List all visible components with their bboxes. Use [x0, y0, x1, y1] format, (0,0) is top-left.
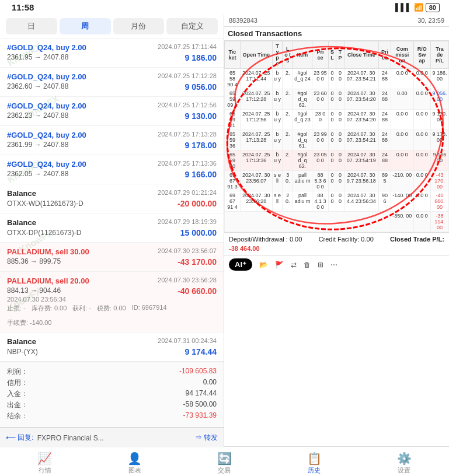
credit-label: 信用： [7, 378, 28, 388]
list-item: #GOLD_Q24, buy 2.00 2024.07.25 17:12:28 … [0, 68, 224, 97]
tx-date: 2024.07.29 18:19:39 [158, 218, 217, 225]
tx-sub: OTXX-DP(11261673)-D [7, 229, 81, 237]
table-row: 65 59 21 2024.07. 25 17:12:56 b u y 2. #… [225, 110, 449, 130]
closed-transactions-title: Closed Transactions [224, 27, 449, 41]
table-row: 65 59 36 2024.07. 25 17:13:28 b u y 2. #… [225, 130, 449, 150]
tx-amount: -43 170.00 [177, 257, 217, 267]
col-open-time: Open Time [240, 41, 272, 69]
tab-custom[interactable]: 自定义 [166, 18, 218, 34]
signal-icon: ▌▌▌ [395, 3, 412, 12]
tx-date: 2024.07.30 23:56:07 [158, 247, 217, 254]
tx-title: Balance [7, 189, 36, 198]
tab-month[interactable]: 月份 [113, 18, 165, 34]
withdrawal-label: 出金： [7, 400, 28, 410]
list-item: #GOLD_Q24, buy 2.00 2024.07.25 17:11:44 … [0, 38, 224, 68]
col-lots: L o t s [283, 41, 293, 69]
profit-value: -109 605.83 [179, 367, 217, 377]
flag-icon[interactable]: 🚩 [275, 261, 284, 269]
bottom-nav: 📈 行情 👤 图表 🔄 交易 📋 历史 ⚙️ 设置 [0, 446, 449, 476]
tx-date: 2024.07.25 17:12:28 [158, 72, 217, 79]
deposit-value: 94 174.44 [186, 389, 217, 399]
main-content: KnowFX KnowFX KnowFX KnowFX KnowFX 日 周 月… [0, 15, 449, 446]
ai-button[interactable]: AI⁺ [229, 258, 252, 271]
forward-label[interactable]: ⇒ 转发 [195, 433, 218, 443]
tx-title: #GOLD_Q24, buy 2.00 [7, 160, 86, 169]
tx-date: 2024.07.29 01:21:24 [158, 189, 217, 196]
tab-week[interactable]: 周 [60, 18, 111, 34]
ai-toolbar: AI⁺ 📂 🚩 ⇄ 🗑 ⊞ ⋯ [224, 255, 449, 274]
col-ticket: Tic ket [225, 41, 241, 69]
balance-value: -73 931.39 [183, 411, 217, 421]
status-icons: ▌▌▌ 📶 80 [395, 3, 440, 12]
list-item: Balance 2024.07.29 18:19:39 OTXX-DP(1126… [0, 214, 224, 243]
nav-settings[interactable]: ⚙️ 设置 [359, 449, 449, 476]
tx-date: 2024.07.25 17:11:44 [158, 43, 217, 50]
table-row: 65 59 40 2024.07. 25 17:13:36 b u y 2. #… [225, 150, 449, 171]
table-row: 69 67 91 4 2024.07. 30 23:56:28 s e ll 2… [225, 191, 449, 212]
chart-icon: 👤 [127, 452, 142, 466]
col-price: Pri ce [312, 41, 328, 69]
tx-prices: 2361.99 → 2407.88 [7, 141, 68, 150]
nav-chart[interactable]: 👤 图表 [90, 449, 180, 476]
profit-label: 利润： [7, 367, 28, 377]
grid-icon[interactable]: ⊞ [318, 261, 323, 269]
tx-prices: 2362.23 → 2407.88 [7, 111, 68, 121]
message-text: FXPRO Financial S... [37, 434, 192, 442]
table-row: 65 59 09 1 2024.07. 25 17:12:28 b u y 2.… [225, 89, 449, 110]
tab-day[interactable]: 日 [6, 18, 57, 34]
tx-prices: 2361.95 → 2407.88 [7, 53, 68, 62]
col-close-price: Pri ce [379, 41, 391, 69]
tx-extra-date: 2024.07.30 23:56:34 [7, 296, 217, 303]
table-row: 65 58 90 4 2024.07. 25 17:11:44 b u y 2.… [225, 69, 449, 89]
tx-amount: -40 660.00 [177, 286, 217, 296]
tx-date: 2024.07.31 00:24:34 [158, 337, 217, 344]
credit-facility-label: Credit Facility: 0.00 [319, 236, 374, 243]
col-swap: R/O Sw ap [413, 41, 431, 69]
quotes-icon: 📈 [37, 452, 52, 466]
table-row: -350. 00 0.0 0 -38 114. 00 [225, 212, 449, 232]
reply-label[interactable]: ⟵ 回复: [6, 433, 34, 443]
transfer-icon[interactable]: ⇄ [291, 261, 297, 269]
tab-bar: 日 周 月份 自定义 [0, 15, 224, 38]
nav-quotes-label: 行情 [39, 466, 51, 475]
summary-section: 利润： -109 605.83 信用： 0.00 入金： 94 174.44 出… [0, 362, 224, 428]
tx-amount: 9 166.00 [185, 170, 217, 179]
table-row: 69 67 91 3 2024.07. 30 23:56:07 s e ll 3… [225, 171, 449, 191]
list-item: Balance 2024.07.29 01:21:24 OTXX-WD(1126… [0, 184, 224, 214]
right-panel: 88392843 30, 23:59 Closed Transactions T… [224, 15, 449, 446]
credit-value: 0.00 [203, 378, 217, 388]
tx-sub: NBP-(YX) [7, 348, 38, 356]
tx-amount: 15 000.00 [180, 228, 217, 237]
more-icon[interactable]: ⋯ [330, 261, 337, 269]
list-item: #GOLD_Q24, buy 2.00 2024.07.25 17:13:36 … [0, 155, 224, 184]
transaction-list: #GOLD_Q24, buy 2.00 2024.07.25 17:11:44 … [0, 38, 224, 362]
tx-amount: -20 000.00 [177, 199, 217, 208]
tx-date: 2024.07.25 17:13:36 [158, 160, 217, 167]
nav-chart-label: 图表 [128, 466, 141, 475]
tx-prices: 2362.60 → 2407.88 [7, 82, 68, 92]
closed-trade-pl-value: -38 464.00 [229, 245, 260, 252]
tx-prices: 884.13 → 904.46 [7, 286, 61, 296]
wifi-icon: 📶 [414, 3, 423, 12]
message-bar: ⟵ 回复: FXPRO Financial S... ⇒ 转发 [0, 428, 224, 447]
folder-icon[interactable]: 📂 [259, 261, 268, 269]
trade-icon: 🔄 [217, 452, 232, 466]
account-number: 88392843 [229, 17, 257, 24]
tx-extra-fields: 止损: - 库存费: 0.00 获利: - 税费: 0.00 ID: 69679… [7, 304, 217, 327]
delete-icon[interactable]: 🗑 [304, 261, 311, 269]
tx-sub: OTXX-WD(11261673)-D [7, 200, 83, 208]
tx-amount: 9 174.44 [185, 347, 217, 356]
col-trade-pl: Tra de P/L [431, 41, 449, 69]
tx-date: 2024.07.25 17:13:28 [158, 131, 217, 138]
tx-title: #GOLD_Q24, buy 2.00 [7, 72, 86, 81]
deposit-withdrawal-label: Deposit/Withdrawal : 0.00 [229, 236, 302, 243]
list-item: Balance 2024.07.31 00:24:34 NBP-(YX) 9 1… [0, 332, 224, 362]
nav-history[interactable]: 📋 历史 [269, 449, 359, 476]
nav-trade[interactable]: 🔄 交易 [180, 449, 270, 476]
tx-date: 2024.07.30 23:56:28 [158, 276, 217, 284]
nav-quotes[interactable]: 📈 行情 [0, 449, 90, 476]
nav-trade-label: 交易 [218, 466, 231, 475]
tx-title: Balance [7, 218, 36, 227]
header-date: 30, 23:59 [417, 17, 444, 24]
tx-prices: 2362.05 → 2407.88 [7, 170, 68, 179]
